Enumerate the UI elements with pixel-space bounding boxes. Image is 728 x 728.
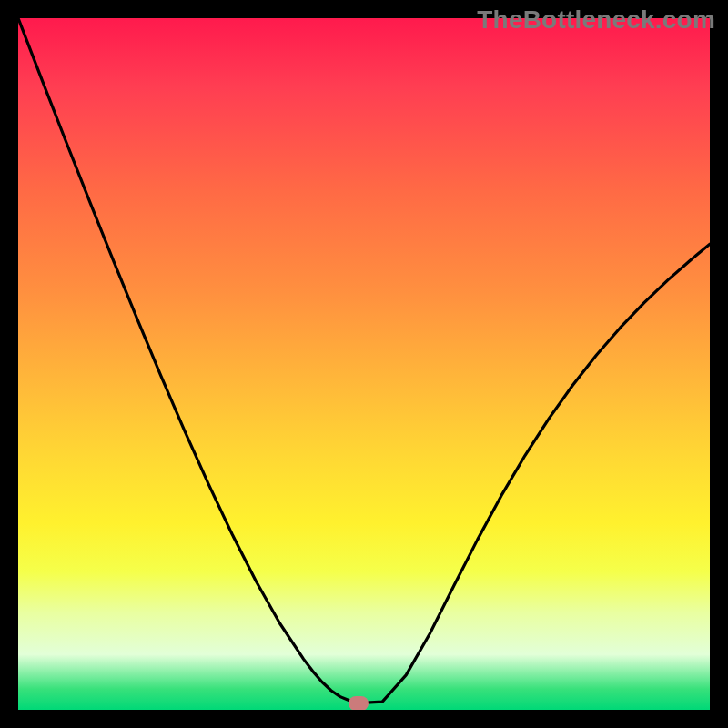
minimum-marker (349, 696, 369, 710)
watermark-text: TheBottleneck.com (477, 5, 715, 35)
plot-area (18, 18, 710, 710)
bottleneck-curve-path (18, 18, 710, 703)
curve-svg (18, 18, 710, 710)
